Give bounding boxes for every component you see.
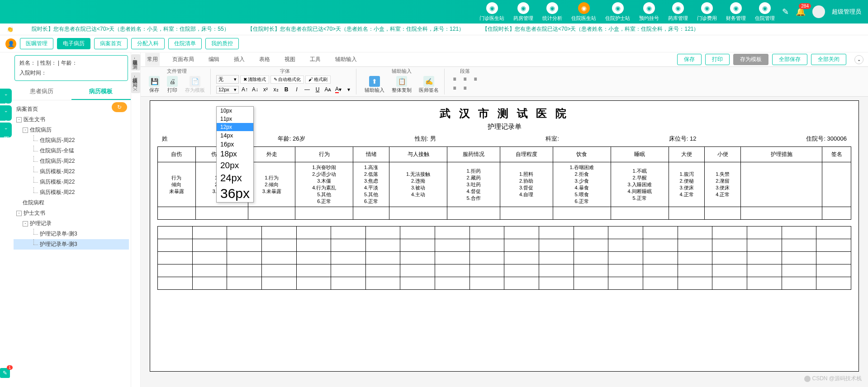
editor-menu-item[interactable]: 辅助输入 <box>333 53 359 66</box>
align-right-icon[interactable]: ≡ <box>471 75 480 83</box>
table-cell[interactable] <box>741 162 822 207</box>
table-cell[interactable]: 1.照料2.协助3.督促4.自理 <box>500 162 553 207</box>
table-cell[interactable]: 1.不眠2.早醒3.入睡困难4.间断睡眠5.正常 <box>611 162 669 207</box>
close-tab-icon[interactable]: X <box>133 66 138 69</box>
font-size-option[interactable]: 16px <box>217 140 253 149</box>
editor-menu-item[interactable]: 工具 <box>308 53 323 66</box>
tree-node[interactable]: 住院病程 <box>14 198 129 208</box>
tree-node[interactable]: 病历模板-周22 <box>14 187 129 198</box>
tree-toggle-icon[interactable]: - <box>16 117 22 123</box>
clear-format-button[interactable]: ✖ 清除格式 <box>240 76 269 84</box>
font-size-option[interactable]: 14px <box>217 131 253 140</box>
align-dist-icon[interactable]: ≡ <box>460 84 470 92</box>
close-all-button[interactable]: 全部关闭 <box>811 54 846 65</box>
editor-menu-item[interactable]: 编辑 <box>207 53 221 66</box>
table-cell[interactable]: 行为倾向未暴露 <box>158 162 196 207</box>
tree-node[interactable]: -医生文书 <box>14 114 129 125</box>
patient-icon[interactable]: 👤 <box>5 38 16 49</box>
print-button[interactable]: 打印 <box>705 54 730 65</box>
font-size-option[interactable]: 24px <box>217 171 253 185</box>
font-size-option[interactable]: 10px <box>217 107 253 115</box>
tree-node[interactable]: 病历模板-周22 <box>14 177 129 187</box>
tree-node[interactable]: 住院病历-全猛 <box>14 146 129 156</box>
font-size-option[interactable]: 11px <box>217 115 253 123</box>
table-cell[interactable]: 1.吞咽困难2.拒食3.少食4.暴食5.喂食6.正常 <box>553 162 611 207</box>
side-tab-patient-record[interactable]: 患者病历 <box>12 84 71 100</box>
save-template-button[interactable]: 存为模板 <box>733 54 768 65</box>
strike-icon[interactable]: — <box>303 85 312 94</box>
tree-node[interactable]: 护理记录单-测3 <box>14 229 129 239</box>
doctor-sign-button[interactable]: ✍医师签名 <box>416 75 441 94</box>
collapse-ribbon-icon[interactable]: ⌄ <box>854 55 863 64</box>
editor-menu-item[interactable]: 视图 <box>283 53 297 66</box>
notification-icon[interactable]: 🔔284 <box>796 7 806 17</box>
toolbar-button[interactable]: 病案首页 <box>94 38 128 49</box>
table-cell[interactable]: 1.行为2.倾向3.未暴露 <box>248 162 295 207</box>
left-tab-history[interactable]: ›历史患者 <box>0 123 12 137</box>
italic-icon[interactable]: I <box>292 85 301 94</box>
format-painter-button[interactable]: 🖌 格式刷 <box>305 76 331 84</box>
align-justify-icon[interactable]: ≡ <box>450 84 459 92</box>
tree-toggle-icon[interactable]: - <box>23 127 28 133</box>
tree-node[interactable]: -护士文书 <box>14 208 129 218</box>
font-smaller-icon[interactable]: A↓ <box>251 85 260 94</box>
font-size-select[interactable]: 12px▾ <box>216 86 239 94</box>
left-bottom-icon[interactable]: ✎1 <box>0 368 10 378</box>
font-style-icon[interactable]: Aᴀ <box>323 85 332 94</box>
document-tab[interactable]: 病理记录单 - 测 3X <box>131 54 140 71</box>
nav-item[interactable]: ◉财务管理 <box>723 1 749 23</box>
document-tab[interactable]: 病历模板 - 周 2 2X <box>131 72 140 93</box>
toolbar-button[interactable]: 住院清单 <box>168 38 202 49</box>
font-size-option[interactable]: 18px <box>217 149 253 160</box>
table-cell[interactable]: 1.失禁2.潴留3.便床4.正常 <box>705 162 741 207</box>
toolbar-button[interactable]: 分配入科 <box>131 38 165 49</box>
table-cell[interactable]: 1.高涨2.低落3.焦虑4.平淡5.其他6.正常 <box>353 162 389 207</box>
toolbar-button[interactable]: 我的质控 <box>205 38 239 49</box>
side-tab-template[interactable]: 病历模板 <box>71 84 131 100</box>
tree-node[interactable]: 护理记录单-测3 <box>14 239 129 250</box>
font-size-option[interactable]: 12px <box>217 123 253 131</box>
bold-icon[interactable]: B <box>282 85 291 94</box>
close-tab-icon[interactable]: X <box>133 88 138 91</box>
font-size-option[interactable]: 36px <box>217 185 253 202</box>
superscript-icon[interactable]: x² <box>261 85 270 94</box>
underline-icon[interactable]: U <box>313 85 322 94</box>
tree-toggle-icon[interactable]: - <box>16 211 22 216</box>
nav-item[interactable]: ◉住院医生站 <box>569 1 599 23</box>
ribbon-print[interactable]: 🖨打印 <box>164 75 180 94</box>
copy-whole-button[interactable]: 📋整体复制 <box>389 75 414 94</box>
font-color-icon[interactable]: A▾ <box>334 85 343 94</box>
tree-node[interactable]: 住院病历-周22 <box>14 156 129 166</box>
save-button[interactable]: 保存 <box>677 54 702 65</box>
save-all-button[interactable]: 全部保存 <box>772 54 807 65</box>
avatar[interactable] <box>812 5 825 18</box>
assist-input-button[interactable]: ⬆辅助输入 <box>362 75 387 94</box>
nav-item[interactable]: ◉住院管理 <box>752 1 778 23</box>
editor-menu-item[interactable]: 插入 <box>232 53 247 66</box>
left-tab-inpatient[interactable]: ›在院患者 <box>0 89 12 104</box>
tree-toggle-icon[interactable]: - <box>23 221 28 227</box>
font-name-select[interactable]: 无▾ <box>216 75 239 84</box>
highlight-icon[interactable]: ▾ <box>344 85 353 94</box>
subscript-icon[interactable]: x₂ <box>271 85 280 94</box>
table-cell[interactable]: 1.兴奋吵闹2.少语少动3.木僵4.行为紊乱5.其他6.正常 <box>295 162 353 207</box>
editor-menu-item[interactable]: 常用 <box>145 53 160 66</box>
refresh-icon[interactable]: ↻ <box>112 102 127 112</box>
table-cell[interactable]: 1.拒药2.藏药3.吐药4.督促5.合作 <box>447 162 500 207</box>
ribbon-save[interactable]: 💾保存 <box>146 75 162 94</box>
left-tab-discharged[interactable]: ›出院患者 <box>0 105 12 120</box>
table-cell[interactable]: 1.无法接触2.违拗3.被动4.主动 <box>389 162 447 207</box>
font-size-option[interactable]: 20px <box>217 160 253 171</box>
tree-node[interactable]: 病历模板-周22 <box>14 166 129 177</box>
editor-menu-item[interactable]: 表格 <box>257 53 272 66</box>
table-cell[interactable] <box>822 162 851 207</box>
editor-menu-item[interactable]: 页面布局 <box>171 53 196 66</box>
align-center-icon[interactable]: ≡ <box>460 75 470 83</box>
nav-item[interactable]: ◉预约挂号 <box>636 1 662 23</box>
tree-node[interactable]: 住院病历-周22 <box>14 135 129 146</box>
nav-item[interactable]: ◉药房管理 <box>511 1 536 23</box>
nav-item[interactable]: ◉住院护士站 <box>602 1 633 23</box>
tree-node[interactable]: -护理记录 <box>14 218 129 229</box>
toolbar-button[interactable]: 医嘱管理 <box>20 38 53 49</box>
nav-item[interactable]: ◉门诊医生站 <box>477 1 507 23</box>
